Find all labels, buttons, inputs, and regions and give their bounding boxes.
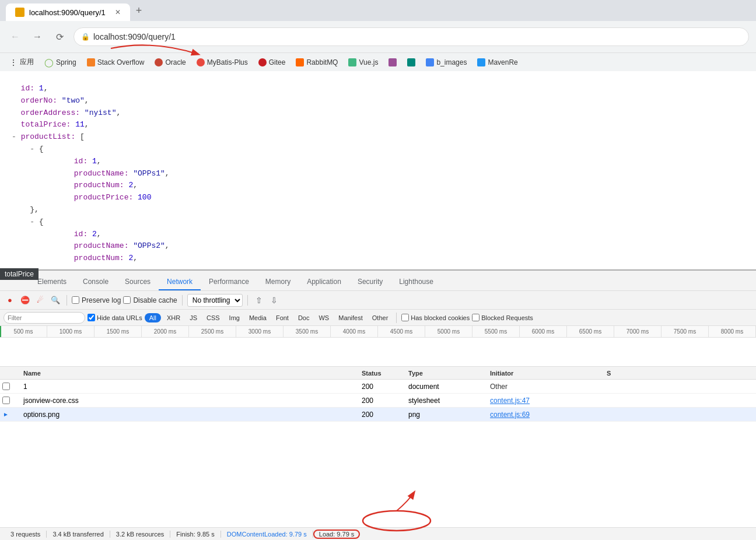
disable-cache-text: Disable cache: [133, 296, 177, 304]
throttling-select[interactable]: No throttling: [187, 294, 243, 307]
bookmark-csharp[interactable]: [384, 57, 401, 68]
new-tab-button[interactable]: +: [130, 5, 148, 17]
toolbar-separator-1: [66, 295, 67, 306]
tab-network[interactable]: Network: [159, 274, 201, 290]
row1-status: 200: [362, 383, 408, 391]
filter-css-button[interactable]: CSS: [203, 313, 223, 322]
header-initiator[interactable]: Initiator: [490, 370, 607, 377]
hide-data-urls-label[interactable]: Hide data URLs: [88, 314, 142, 321]
tab-sources[interactable]: Sources: [117, 274, 159, 290]
row3-arrow-icon: ►: [3, 411, 9, 418]
header-size[interactable]: S: [607, 370, 653, 377]
address-bar-wrapper[interactable]: 🔒 localhost:9090/query/1: [74, 27, 749, 46]
has-blocked-cookies-text: Has blocked cookies: [411, 314, 470, 321]
has-blocked-cookies-label[interactable]: Has blocked cookies: [401, 314, 470, 321]
tab-application[interactable]: Application: [299, 274, 349, 290]
blocked-requests-text: Blocked Requests: [481, 314, 533, 321]
tab-lighthouse[interactable]: Lighthouse: [391, 274, 442, 290]
tick-6500: 6500 ms: [567, 326, 614, 337]
gitee-icon: [258, 58, 267, 66]
bookmark-apps[interactable]: ⋮ 应用: [5, 55, 38, 69]
tab-security[interactable]: Security: [349, 274, 391, 290]
row1-checkbox[interactable]: [2, 383, 10, 390]
filter-img-button[interactable]: Img: [226, 313, 243, 322]
filter-icon-button[interactable]: ☄: [34, 294, 47, 307]
filter-ws-button[interactable]: WS: [315, 313, 332, 322]
clear-button[interactable]: ⛔: [19, 294, 32, 307]
bookmark-gitee-label: Gitee: [269, 58, 286, 66]
filter-xhr-button[interactable]: XHR: [163, 313, 184, 322]
bookmark-mybatis[interactable]: MyBatis-Plus: [192, 57, 253, 68]
table-row[interactable]: jsonview-core.css 200 stylesheet content…: [0, 394, 756, 408]
preserve-log-label[interactable]: Preserve log: [72, 296, 121, 304]
json-item1-id: id: 1,: [12, 156, 744, 168]
hide-data-urls-text: Hide data URLs: [97, 314, 142, 321]
record-button[interactable]: ●: [4, 294, 16, 307]
tick-3000: 3000 ms: [236, 326, 284, 337]
row3-initiator[interactable]: content.js:69: [490, 411, 607, 419]
tab-console[interactable]: Console: [75, 274, 117, 290]
bookmark-oracle[interactable]: Oracle: [150, 57, 190, 68]
back-button[interactable]: ←: [7, 29, 23, 45]
reload-button[interactable]: ⟳: [51, 29, 68, 45]
json-item2-num: productNum: 2,: [12, 253, 744, 265]
filter-doc-button[interactable]: Doc: [295, 313, 313, 322]
mavenre-icon: [477, 58, 485, 66]
filter-js-button[interactable]: JS: [186, 313, 201, 322]
table-row[interactable]: ► options.png 200 png content.js:69: [0, 408, 756, 422]
bookmark-mavenre[interactable]: MavenRe: [473, 57, 522, 68]
bookmark-spring[interactable]: ◯ Spring: [40, 56, 81, 69]
json-item2-id: id: 2,: [12, 229, 744, 241]
bookmark-rabbitmq-label: RabbitMQ: [306, 58, 338, 66]
vuejs-icon: [348, 58, 356, 66]
tick-7000: 7000 ms: [614, 326, 662, 337]
active-tab[interactable]: localhost:9090/query/1 ✕: [6, 3, 130, 21]
bookmark-gitee[interactable]: Gitee: [254, 57, 290, 68]
header-status[interactable]: Status: [362, 370, 408, 377]
tab-close-icon[interactable]: ✕: [115, 8, 121, 16]
filter-input[interactable]: [4, 312, 85, 324]
filter-separator: [396, 313, 397, 323]
has-blocked-cookies-checkbox[interactable]: [401, 314, 409, 321]
tick-8000: 8000 ms: [709, 326, 756, 337]
tick-5000: 5000 ms: [425, 326, 473, 337]
row2-checkbox[interactable]: [2, 397, 10, 404]
blocked-requests-checkbox[interactable]: [472, 314, 480, 321]
json-item1-open: - {: [12, 143, 744, 156]
json-item1-name: productName: "OPPs1",: [12, 168, 744, 180]
header-name[interactable]: Name: [12, 370, 362, 377]
tab-favicon: [15, 8, 24, 17]
blocked-requests-label[interactable]: Blocked Requests: [472, 314, 533, 321]
filter-manifest-button[interactable]: Manifest: [335, 313, 366, 322]
disable-cache-label[interactable]: Disable cache: [123, 296, 177, 304]
bookmark-vuejs[interactable]: Vue.js: [344, 57, 383, 68]
tick-3500: 3500 ms: [284, 326, 331, 337]
filter-font-button[interactable]: Font: [272, 313, 292, 322]
spring-icon: ◯: [44, 58, 54, 67]
forward-button[interactable]: →: [29, 29, 46, 45]
tab-performance[interactable]: Performance: [201, 274, 257, 290]
json-id-line: id: 1,: [12, 83, 744, 95]
filter-media-button[interactable]: Media: [246, 313, 270, 322]
bookmark-rabbitmq[interactable]: RabbitMQ: [291, 57, 342, 68]
row2-initiator[interactable]: content.js:47: [490, 397, 607, 405]
hide-data-urls-checkbox[interactable]: [88, 314, 95, 321]
tab-memory[interactable]: Memory: [257, 274, 299, 290]
filter-other-button[interactable]: Other: [369, 313, 392, 322]
preserve-log-checkbox[interactable]: [72, 296, 79, 304]
bookmark-stackoverflow[interactable]: Stack Overflow: [82, 57, 149, 68]
bookmark-bimages[interactable]: b_images: [421, 57, 471, 68]
network-table: Name Status Type Initiator S 1 200 docum…: [0, 367, 756, 527]
disable-cache-checkbox[interactable]: [123, 296, 131, 304]
bookmark-s[interactable]: [402, 57, 420, 68]
waterfall-area: [0, 338, 756, 367]
tick-1500: 1500 ms: [94, 326, 142, 337]
json-item1-close: },: [12, 204, 744, 216]
download-button[interactable]: ⇩: [268, 294, 281, 307]
table-row[interactable]: 1 200 document Other: [0, 380, 756, 394]
bookmark-vuejs-label: Vue.js: [359, 58, 378, 66]
search-button[interactable]: 🔍: [49, 294, 62, 307]
header-type[interactable]: Type: [408, 370, 490, 377]
upload-button[interactable]: ⇧: [253, 294, 265, 307]
filter-all-button[interactable]: All: [145, 313, 161, 322]
